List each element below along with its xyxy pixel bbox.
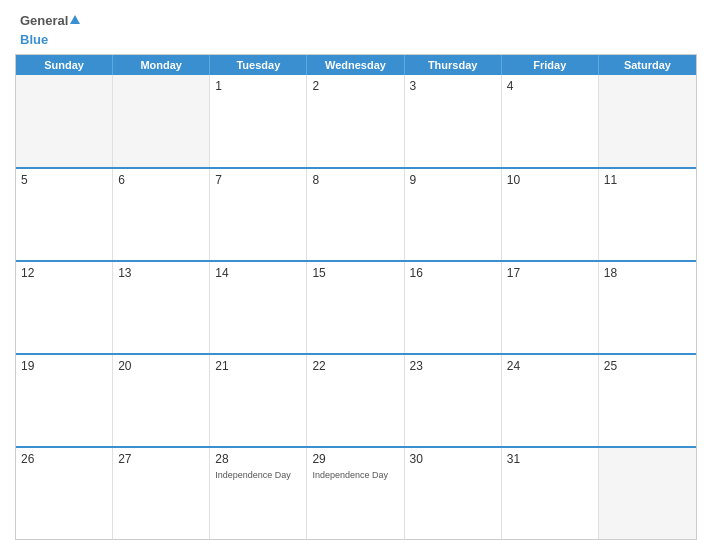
day-number: 30 bbox=[410, 452, 496, 466]
day-number: 13 bbox=[118, 266, 204, 280]
day-number: 22 bbox=[312, 359, 398, 373]
calendar-cell: 13 bbox=[113, 262, 210, 353]
calendar-cell: 22 bbox=[307, 355, 404, 446]
calendar-cell: 12 bbox=[16, 262, 113, 353]
day-number: 17 bbox=[507, 266, 593, 280]
calendar-cell: 17 bbox=[502, 262, 599, 353]
calendar-cell: 9 bbox=[405, 169, 502, 260]
calendar-week-4: 262728Independence Day29Independence Day… bbox=[16, 448, 696, 539]
day-number: 29 bbox=[312, 452, 398, 466]
calendar-cell: 10 bbox=[502, 169, 599, 260]
day-number: 24 bbox=[507, 359, 593, 373]
calendar-cell: 19 bbox=[16, 355, 113, 446]
calendar-cell: 7 bbox=[210, 169, 307, 260]
header: GeneralBlue bbox=[15, 10, 697, 48]
day-event: Independence Day bbox=[215, 470, 301, 480]
day-number: 1 bbox=[215, 79, 301, 93]
day-number: 25 bbox=[604, 359, 691, 373]
calendar-cell: 20 bbox=[113, 355, 210, 446]
day-number: 12 bbox=[21, 266, 107, 280]
day-number: 18 bbox=[604, 266, 691, 280]
day-number: 19 bbox=[21, 359, 107, 373]
calendar-cell: 28Independence Day bbox=[210, 448, 307, 539]
calendar-cell: 27 bbox=[113, 448, 210, 539]
calendar-cell: 29Independence Day bbox=[307, 448, 404, 539]
day-number: 11 bbox=[604, 173, 691, 187]
calendar-cell: 3 bbox=[405, 75, 502, 166]
calendar: SundayMondayTuesdayWednesdayThursdayFrid… bbox=[15, 54, 697, 540]
day-number: 16 bbox=[410, 266, 496, 280]
calendar-cell: 2 bbox=[307, 75, 404, 166]
calendar-cell bbox=[599, 75, 696, 166]
header-day-thursday: Thursday bbox=[405, 55, 502, 75]
day-number: 6 bbox=[118, 173, 204, 187]
calendar-cell bbox=[599, 448, 696, 539]
calendar-cell: 23 bbox=[405, 355, 502, 446]
day-number: 2 bbox=[312, 79, 398, 93]
calendar-cell: 15 bbox=[307, 262, 404, 353]
header-day-saturday: Saturday bbox=[599, 55, 696, 75]
calendar-cell: 21 bbox=[210, 355, 307, 446]
header-day-sunday: Sunday bbox=[16, 55, 113, 75]
header-day-friday: Friday bbox=[502, 55, 599, 75]
day-number: 23 bbox=[410, 359, 496, 373]
day-number: 4 bbox=[507, 79, 593, 93]
calendar-cell: 8 bbox=[307, 169, 404, 260]
calendar-week-2: 12131415161718 bbox=[16, 262, 696, 355]
calendar-cell: 25 bbox=[599, 355, 696, 446]
day-number: 14 bbox=[215, 266, 301, 280]
day-number: 10 bbox=[507, 173, 593, 187]
day-event: Independence Day bbox=[312, 470, 398, 480]
header-day-wednesday: Wednesday bbox=[307, 55, 404, 75]
logo: GeneralBlue bbox=[20, 10, 81, 48]
day-number: 9 bbox=[410, 173, 496, 187]
day-number: 3 bbox=[410, 79, 496, 93]
day-number: 31 bbox=[507, 452, 593, 466]
calendar-header: SundayMondayTuesdayWednesdayThursdayFrid… bbox=[16, 55, 696, 75]
header-day-tuesday: Tuesday bbox=[210, 55, 307, 75]
calendar-cell: 4 bbox=[502, 75, 599, 166]
logo-general-text: General bbox=[20, 13, 68, 28]
calendar-cell: 11 bbox=[599, 169, 696, 260]
day-number: 28 bbox=[215, 452, 301, 466]
day-number: 15 bbox=[312, 266, 398, 280]
calendar-body: 1234567891011121314151617181920212223242… bbox=[16, 75, 696, 539]
day-number: 27 bbox=[118, 452, 204, 466]
calendar-week-3: 19202122232425 bbox=[16, 355, 696, 448]
calendar-cell: 30 bbox=[405, 448, 502, 539]
page: GeneralBlue SundayMondayTuesdayWednesday… bbox=[0, 0, 712, 550]
logo-blue-text: Blue bbox=[20, 32, 48, 47]
calendar-week-0: 1234 bbox=[16, 75, 696, 168]
calendar-cell: 1 bbox=[210, 75, 307, 166]
calendar-cell: 31 bbox=[502, 448, 599, 539]
calendar-cell bbox=[16, 75, 113, 166]
day-number: 26 bbox=[21, 452, 107, 466]
calendar-cell: 6 bbox=[113, 169, 210, 260]
calendar-cell: 24 bbox=[502, 355, 599, 446]
calendar-cell: 26 bbox=[16, 448, 113, 539]
header-day-monday: Monday bbox=[113, 55, 210, 75]
day-number: 21 bbox=[215, 359, 301, 373]
calendar-cell: 5 bbox=[16, 169, 113, 260]
calendar-cell: 18 bbox=[599, 262, 696, 353]
logo-triangle-icon bbox=[70, 15, 80, 24]
calendar-cell: 14 bbox=[210, 262, 307, 353]
calendar-cell: 16 bbox=[405, 262, 502, 353]
calendar-cell bbox=[113, 75, 210, 166]
calendar-week-1: 567891011 bbox=[16, 169, 696, 262]
day-number: 5 bbox=[21, 173, 107, 187]
day-number: 20 bbox=[118, 359, 204, 373]
day-number: 7 bbox=[215, 173, 301, 187]
day-number: 8 bbox=[312, 173, 398, 187]
